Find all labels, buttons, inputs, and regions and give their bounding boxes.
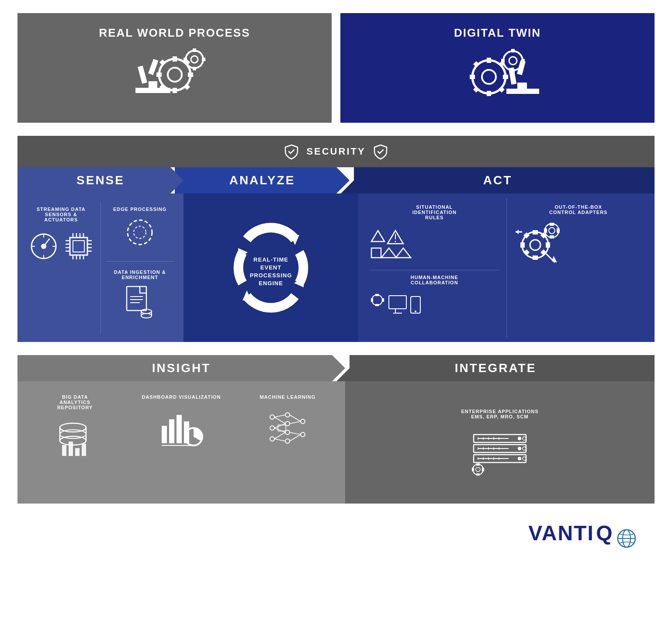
- svg-rect-122: [82, 444, 86, 456]
- svg-rect-3: [173, 88, 177, 93]
- svg-rect-12: [193, 48, 196, 52]
- digital-twin-title: DIGITAL TWIN: [454, 26, 541, 40]
- svg-point-11: [191, 56, 198, 63]
- real-world-box: REAL WORLD PROCESS: [17, 13, 332, 123]
- svg-point-135: [285, 439, 290, 443]
- svg-point-136: [301, 419, 305, 424]
- sense-divider: [105, 261, 175, 262]
- globe-icon: [616, 528, 637, 549]
- outofbox-panel: OUT-OF-THE-BOX CONTROL ADAPTERS: [507, 198, 651, 338]
- svg-rect-90: [382, 298, 384, 302]
- svg-point-177: [476, 467, 480, 472]
- svg-rect-91: [389, 296, 406, 309]
- act-header: ACT: [341, 167, 655, 193]
- svg-rect-120: [69, 442, 73, 456]
- insight-content: BIG DATA ANALYTICS REPOSITORY: [17, 381, 345, 504]
- server-rack-icon: [465, 432, 535, 476]
- svg-line-141: [274, 428, 285, 432]
- svg-marker-113: [516, 230, 519, 234]
- integrate-label: INTEGRATE: [455, 361, 537, 375]
- svg-marker-85: [396, 248, 411, 258]
- svg-point-156: [518, 437, 521, 440]
- svg-rect-4: [156, 72, 162, 77]
- dashboard-item: DASHBOARD VISUALIZATION: [132, 390, 230, 495]
- svg-point-95: [415, 311, 416, 312]
- svg-point-10: [186, 51, 203, 68]
- svg-rect-83: [371, 248, 381, 258]
- svg-rect-123: [162, 426, 167, 443]
- svg-rect-25: [503, 75, 508, 79]
- svg-rect-2: [173, 56, 177, 62]
- svg-rect-89: [371, 298, 373, 302]
- shield-left-icon: [284, 144, 299, 159]
- svg-rect-109: [550, 235, 554, 238]
- sense-streaming: STREAMING DATA SENSORS & ACTUATORS: [22, 202, 100, 333]
- chip-icon: [63, 231, 94, 262]
- svg-rect-26: [473, 61, 479, 67]
- svg-point-129: [270, 415, 274, 419]
- svg-rect-111: [557, 228, 560, 233]
- svg-point-130: [270, 426, 274, 430]
- svg-rect-101: [546, 242, 550, 248]
- ii-content: BIG DATA ANALYTICS REPOSITORY: [17, 381, 655, 504]
- svg-rect-181: [482, 468, 484, 471]
- ii-section: INSIGHT INTEGRATE BIG DATA ANALYTICS REP…: [17, 355, 655, 504]
- gauge-icon: [28, 231, 59, 262]
- rules-icon: [369, 226, 413, 266]
- svg-point-82: [395, 241, 396, 242]
- saa-content: STREAMING DATA SENSORS & ACTUATORS: [17, 193, 655, 342]
- svg-marker-79: [371, 231, 384, 242]
- digital-twin-icon: [450, 48, 546, 110]
- insight-label: INSIGHT: [152, 361, 211, 375]
- svg-rect-108: [550, 223, 554, 226]
- machine-learning-label: MACHINE LEARNING: [260, 394, 315, 400]
- svg-point-97: [530, 240, 540, 250]
- sense-header: SENSE: [17, 167, 184, 193]
- svg-rect-125: [177, 415, 182, 443]
- enterprise-label: ENTERPRISE APPLICATIONS EMS, ERP, MRO, S…: [461, 409, 538, 419]
- real-world-title: REAL WORLD PROCESS: [99, 26, 250, 40]
- bigdata-item: BIG DATA ANALYTICS REPOSITORY: [26, 390, 124, 495]
- svg-line-146: [290, 432, 301, 435]
- svg-point-174: [518, 457, 521, 460]
- svg-point-66: [134, 226, 146, 238]
- svg-rect-100: [520, 242, 525, 248]
- svg-rect-87: [375, 294, 379, 296]
- svg-point-176: [473, 464, 483, 475]
- svg-line-140: [274, 424, 285, 428]
- svg-line-147: [290, 435, 301, 441]
- logo-text-q: Q: [596, 521, 613, 545]
- svg-rect-37: [517, 83, 527, 90]
- svg-rect-104: [523, 249, 529, 255]
- engine-area: REAL-TIME EVENT PROCESSING ENGINE: [223, 220, 319, 316]
- edge-processing: EDGE PROCESSING: [105, 207, 175, 253]
- analyze-content: REAL-TIME EVENT PROCESSING ENGINE: [184, 193, 358, 342]
- edge-label: EDGE PROCESSING: [113, 207, 167, 212]
- svg-rect-121: [75, 448, 80, 456]
- svg-point-137: [301, 432, 305, 437]
- svg-rect-180: [472, 468, 474, 471]
- dashboard-icon: [159, 408, 203, 448]
- sense-content: STREAMING DATA SENSORS & ACTUATORS: [17, 193, 184, 342]
- saa-header-band: SENSE ANALYZE ACT: [17, 167, 655, 193]
- svg-rect-6: [159, 59, 165, 66]
- integrate-header: INTEGRATE: [336, 355, 655, 381]
- svg-point-86: [372, 295, 382, 305]
- svg-rect-48: [73, 241, 84, 252]
- svg-rect-23: [487, 91, 491, 96]
- integrate-content: ENTERPRISE APPLICATIONS EMS, ERP, MRO, S…: [345, 381, 655, 504]
- digital-twin-box: DIGITAL TWIN: [340, 13, 655, 123]
- situational-label: SITUATIONAL IDENTIFICATION RULES: [369, 204, 500, 220]
- svg-rect-24: [470, 75, 475, 79]
- svg-rect-98: [533, 230, 538, 235]
- analyze-label: ANALYZE: [229, 173, 295, 187]
- security-label: SECURITY: [306, 146, 365, 157]
- logo-text-vanti: VANTI: [528, 521, 594, 545]
- adapters-icon: [513, 221, 561, 269]
- engine-label: REAL-TIME EVENT PROCESSING ENGINE: [250, 248, 292, 288]
- hmc-icon: [369, 291, 426, 322]
- svg-rect-179: [476, 473, 480, 476]
- security-bar: SECURITY: [17, 136, 655, 167]
- edge-icon: [124, 216, 156, 249]
- svg-rect-5: [188, 72, 193, 77]
